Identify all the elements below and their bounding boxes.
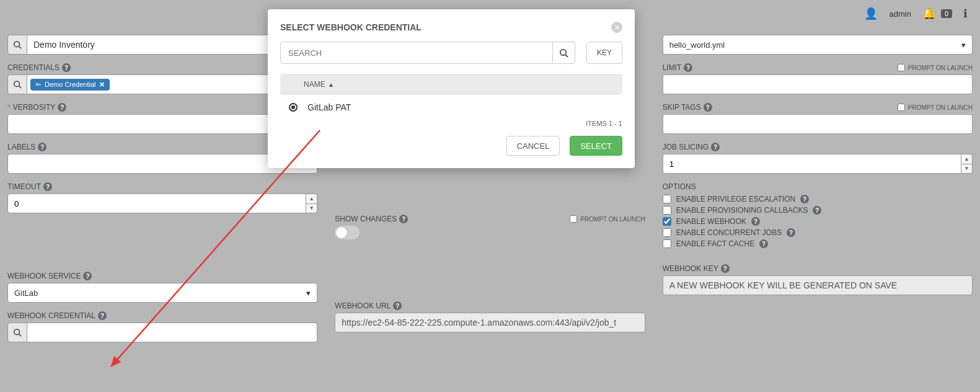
option-row[interactable]: ENABLE PROVISIONING CALLBACKS? [663,206,973,215]
option-row[interactable]: ENABLE WEBHOOK? [663,217,973,226]
help-icon[interactable]: ? [759,239,768,248]
webhook-credential-search-button[interactable] [7,323,27,342]
cancel-button[interactable]: CANCEL [506,136,560,156]
credential-name: GitLab PAT [307,102,351,112]
limit-prompt-checkbox[interactable] [898,64,905,71]
timeout-input[interactable] [7,194,306,213]
help-icon[interactable]: ? [751,217,760,226]
option-label: ENABLE CONCURRENT JOBS [676,228,782,237]
svg-line-3 [19,86,22,89]
modal-title: SELECT WEBHOOK CREDENTIAL [280,22,422,32]
modal-search-input[interactable] [280,42,553,64]
credential-chip-remove[interactable]: ✕ [99,81,105,89]
verbosity-label: VERBOSITY [13,103,56,112]
name-column-header[interactable]: NAME [304,80,325,89]
limit-input[interactable] [663,74,973,94]
chevron-down-icon: ▾ [306,288,311,298]
help-icon[interactable]: ? [43,182,52,191]
radio-selected[interactable] [289,103,298,112]
table-header: NAME ▴ [280,74,622,95]
option-checkbox[interactable] [663,206,671,215]
option-row[interactable]: ENABLE PRIVILEGE ESCALATION? [663,195,973,203]
svg-line-10 [565,55,568,57]
chevron-down-icon: ▾ [961,40,966,50]
bell-icon[interactable]: 🔔 [922,7,936,20]
option-label: ENABLE PROVISIONING CALLBACKS [676,206,808,215]
credential-chip: Demo Credential ✕ [30,79,110,91]
help-icon[interactable]: ? [98,311,107,320]
required-marker: * [7,103,11,112]
option-label: ENABLE WEBHOOK [676,217,746,226]
username[interactable]: admin [889,9,911,19]
option-checkbox[interactable] [663,217,671,226]
help-icon[interactable]: ? [684,63,692,72]
select-webhook-credential-modal: SELECT WEBHOOK CREDENTIAL ✕ KEY NAME ▴ G… [268,9,635,168]
help-icon[interactable]: ? [58,103,66,112]
webhook-key-input[interactable] [663,275,973,295]
option-checkbox[interactable] [663,228,671,237]
svg-line-1 [19,47,22,49]
help-icon[interactable]: ? [393,301,402,310]
svg-point-7 [14,329,20,335]
timeout-label: TIMEOUT [7,182,41,191]
webhook-key-label: WEBHOOK KEY [663,264,718,273]
webhook-credential-label: WEBHOOK CREDENTIAL [7,311,95,320]
labels-label: LABELS [7,143,35,151]
webhook-service-label: WEBHOOK SERVICE [7,272,81,280]
credentials-search-button[interactable] [7,74,27,94]
skip-tags-prompt-checkbox[interactable] [898,104,905,111]
show-changes-prompt-checkbox[interactable] [570,215,577,223]
help-icon[interactable]: ? [38,143,46,151]
svg-point-9 [560,49,566,55]
options-label: OPTIONS [663,182,696,191]
info-icon[interactable]: ℹ [963,7,968,20]
close-icon[interactable]: ✕ [611,22,622,33]
svg-point-4 [36,83,38,86]
webhook-url-input[interactable] [335,313,645,332]
help-icon[interactable]: ? [83,272,92,280]
webhook-credential-input[interactable] [27,323,317,342]
option-label: ENABLE FACT CACHE [676,239,754,248]
help-icon[interactable]: ? [813,206,821,215]
credentials-label: CREDENTIALS [7,63,60,72]
select-button[interactable]: SELECT [570,136,622,156]
limit-label: LIMIT [663,63,682,72]
option-label: ENABLE PRIVILEGE ESCALATION [676,195,796,203]
sort-asc-icon: ▴ [329,80,333,89]
playbook-select[interactable]: hello_world.yml ▾ [663,35,973,55]
list-item[interactable]: GitLab PAT [280,95,622,120]
skip-tags-input[interactable] [663,114,973,134]
search-icon[interactable] [553,42,575,64]
show-changes-toggle[interactable] [335,226,360,239]
help-icon[interactable]: ? [399,215,408,223]
job-slicing-spinner[interactable]: ▲▼ [961,154,973,174]
option-checkbox[interactable] [663,239,671,248]
notification-badge[interactable]: 0 [941,9,952,18]
svg-line-8 [19,334,22,337]
svg-point-2 [14,81,20,87]
option-checkbox[interactable] [663,195,671,203]
webhook-url-label: WEBHOOK URL [335,301,391,310]
help-icon[interactable]: ? [62,63,71,72]
key-button[interactable]: KEY [586,42,622,64]
svg-point-0 [14,42,20,47]
webhook-service-select[interactable]: GitLab ▾ [7,283,317,303]
skip-tags-label: SKIP TAGS [663,103,701,112]
option-row[interactable]: ENABLE FACT CACHE? [663,239,973,248]
help-icon[interactable]: ? [721,264,730,273]
job-slicing-label: JOB SLICING [663,143,709,151]
inventory-search-button[interactable] [7,35,27,55]
help-icon[interactable]: ? [787,228,795,237]
job-slicing-input[interactable] [663,154,961,174]
show-changes-label: SHOW CHANGES [335,215,397,223]
user-icon: 👤 [864,7,878,20]
help-icon[interactable]: ? [800,195,809,203]
timeout-spinner[interactable]: ▲▼ [306,194,317,213]
items-count: ITEMS 1 - 1 [280,120,622,127]
help-icon[interactable]: ? [704,103,712,112]
help-icon[interactable]: ? [711,143,720,151]
option-row[interactable]: ENABLE CONCURRENT JOBS? [663,228,973,237]
